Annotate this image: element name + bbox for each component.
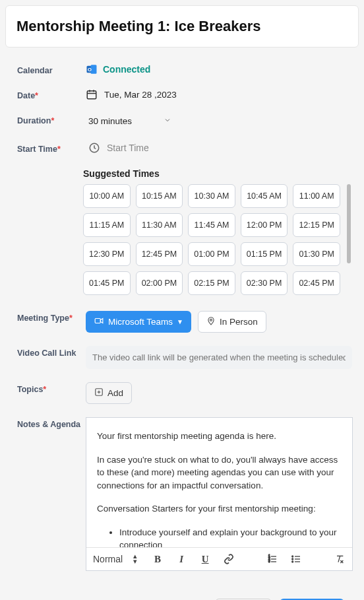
- clear-format-button[interactable]: [334, 553, 346, 565]
- suggested-times-label: Suggested Times: [83, 168, 347, 179]
- time-option[interactable]: 12:15 PM: [293, 213, 340, 237]
- underline-button[interactable]: U: [199, 553, 211, 565]
- label-topics: Topics*: [17, 382, 83, 394]
- duration-value: 30 minutes: [88, 116, 132, 126]
- clock-icon: [88, 142, 100, 154]
- location-pin-icon: [206, 316, 216, 327]
- svg-text:O: O: [88, 67, 92, 73]
- svg-rect-3: [87, 91, 96, 99]
- date-picker[interactable]: Tue, Mar 28 ,2023: [86, 88, 352, 100]
- svg-rect-8: [95, 319, 100, 323]
- video-link-input[interactable]: [86, 346, 352, 369]
- row-meeting-type: Meeting Type* Microsoft Teams ▼ In Perso…: [5, 304, 359, 339]
- time-option[interactable]: 10:15 AM: [136, 184, 183, 208]
- editor-toolbar: Normal ▴▾ B I U 123: [86, 547, 352, 570]
- time-option[interactable]: 11:45 AM: [188, 213, 235, 237]
- label-calendar: Calendar: [17, 63, 83, 75]
- time-option[interactable]: 11:30 AM: [136, 213, 183, 237]
- start-time-placeholder: Start Time: [107, 143, 149, 153]
- italic-button[interactable]: I: [175, 553, 187, 565]
- time-option[interactable]: 11:00 AM: [293, 184, 340, 208]
- notes-content[interactable]: Your first mentorship meeting agenda is …: [86, 418, 352, 547]
- time-option[interactable]: 01:15 PM: [241, 242, 288, 266]
- time-option[interactable]: 12:30 PM: [83, 242, 131, 266]
- time-option[interactable]: 10:30 AM: [188, 184, 235, 208]
- link-button[interactable]: [223, 553, 235, 565]
- video-icon: [94, 316, 104, 327]
- time-option[interactable]: 02:00 PM: [136, 271, 183, 295]
- time-option[interactable]: 10:45 AM: [241, 184, 288, 208]
- duration-select[interactable]: 30 minutes: [86, 114, 178, 129]
- svg-point-24: [292, 558, 293, 560]
- svg-text:3: 3: [268, 560, 270, 563]
- page-title: Mentorship Meeting 1: Ice Breakers: [16, 18, 348, 35]
- add-topic-button[interactable]: Add: [86, 382, 132, 404]
- suggested-times-grid: 10:00 AM10:15 AM10:30 AM10:45 AM11:00 AM…: [83, 184, 347, 295]
- label-start-time: Start Time*: [17, 142, 83, 154]
- bold-button[interactable]: B: [152, 553, 164, 565]
- row-notes: Notes & Agenda Your first mentorship mee…: [5, 411, 359, 578]
- svg-point-23: [292, 556, 293, 557]
- calendar-status: Connected: [103, 64, 150, 75]
- label-meeting-type: Meeting Type*: [17, 311, 83, 323]
- meeting-type-in-person[interactable]: In Person: [198, 311, 266, 333]
- caret-down-icon: ▼: [177, 318, 183, 325]
- time-option[interactable]: 02:30 PM: [241, 271, 288, 295]
- chevron-down-icon: [164, 116, 171, 126]
- bullet-list-button[interactable]: [290, 553, 302, 565]
- outlook-icon: O: [86, 63, 98, 75]
- svg-point-10: [210, 319, 212, 321]
- format-select[interactable]: Normal ▴▾: [93, 554, 140, 564]
- notes-editor: Your first mentorship meeting agenda is …: [86, 417, 353, 571]
- time-option[interactable]: 02:15 PM: [188, 271, 235, 295]
- calendar-icon: [86, 88, 98, 100]
- footer-actions: Cancel Schedule: [5, 578, 359, 600]
- plus-icon: [94, 387, 104, 399]
- start-time-input[interactable]: Start Time: [86, 142, 352, 154]
- meeting-type-teams[interactable]: Microsoft Teams ▼: [86, 311, 191, 333]
- label-notes: Notes & Agenda: [17, 417, 83, 429]
- label-date: Date*: [17, 88, 83, 100]
- label-video-link: Video Call Link: [17, 346, 83, 358]
- ordered-list-button[interactable]: 123: [266, 553, 278, 565]
- svg-point-25: [292, 561, 293, 562]
- row-video-link: Video Call Link: [5, 339, 359, 376]
- time-option[interactable]: 11:15 AM: [83, 213, 131, 237]
- row-start-time: Start Time* Start Time: [5, 135, 359, 160]
- time-option[interactable]: 01:45 PM: [83, 271, 131, 295]
- time-option[interactable]: 12:00 PM: [241, 213, 288, 237]
- row-duration: Duration* 30 minutes: [5, 107, 359, 135]
- time-option[interactable]: 02:45 PM: [293, 271, 340, 295]
- select-caret-icon: ▴▾: [133, 554, 137, 564]
- time-option[interactable]: 10:00 AM: [83, 184, 131, 208]
- date-value: Tue, Mar 28 ,2023: [104, 90, 177, 100]
- label-duration: Duration*: [17, 114, 83, 125]
- page-title-card: Mentorship Meeting 1: Ice Breakers: [5, 5, 359, 48]
- row-topics: Topics* Add: [5, 376, 359, 411]
- scrollbar[interactable]: [347, 184, 351, 263]
- row-date: Date* Tue, Mar 28 ,2023: [5, 82, 359, 107]
- time-option[interactable]: 01:00 PM: [188, 242, 235, 266]
- time-option[interactable]: 01:30 PM: [293, 242, 340, 266]
- time-option[interactable]: 12:45 PM: [136, 242, 183, 266]
- row-calendar: Calendar O Connected: [5, 57, 359, 82]
